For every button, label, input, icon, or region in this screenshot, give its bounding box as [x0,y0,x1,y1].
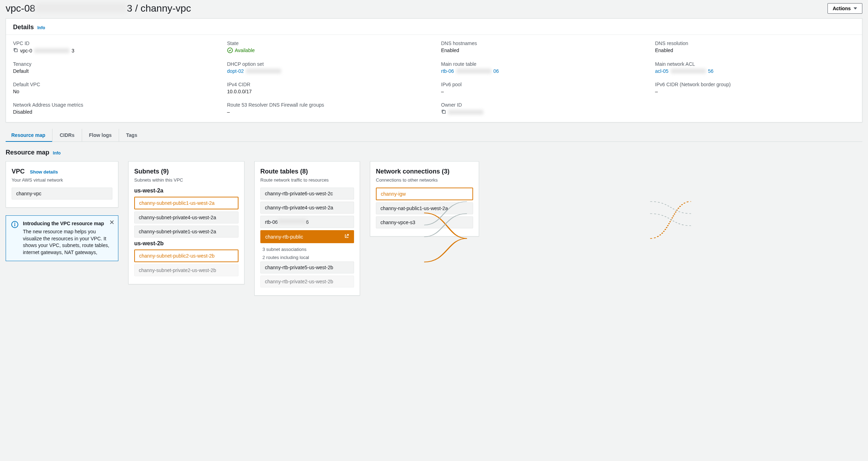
nc-title: Network connections (3) [376,168,473,175]
rt-item[interactable]: channy-rtb-private4-us-west-2a [260,202,354,214]
redacted-segment [35,3,127,12]
external-link-icon [344,234,349,240]
subnets-title: Subnets (9) [134,168,238,175]
detail-vpc-id: VPC ID vpc-03 [13,40,213,53]
detail-ipv4-cidr: IPv4 CIDR 10.0.0.0/17 [227,82,427,94]
redacted-segment [246,69,281,74]
subnet-item[interactable]: channy-subnet-public2-us-west-2b [134,250,238,262]
page-title: vpc-083 / channy-vpc [6,3,191,14]
detail-main-acl: Main network ACL acl-0556 [655,61,855,74]
redacted-segment [34,48,69,53]
dhcp-link[interactable]: dopt-02 [227,68,244,74]
az-label: us-west-2a [134,188,238,194]
resource-map-heading: Resource map [6,149,49,156]
rt-sub-info: 2 routes including local [260,253,354,261]
nc-item[interactable]: channy-vpce-s3 [376,216,473,228]
title-prefix: vpc-08 [6,3,35,14]
redacted-segment [448,110,483,115]
check-circle-icon [227,48,233,53]
detail-ipv6-pool: IPv6 pool – [441,82,641,94]
tab-cidrs[interactable]: CIDRs [52,129,82,141]
tab-tags[interactable]: Tags [119,129,144,141]
nc-item[interactable]: channy-nat-public1-us-west-2a [376,202,473,214]
detail-owner-id: Owner ID [441,102,641,115]
info-icon [11,221,19,256]
redacted-segment [278,219,306,224]
subnets-subtitle: Subnets within this VPC [134,177,238,183]
intro-alert: Introducing the VPC resource map The new… [6,215,118,261]
show-details-link[interactable]: Show details [30,169,58,175]
alert-title: Introducing the VPC resource map [23,221,113,226]
copy-icon[interactable] [13,48,18,53]
detail-dhcp: DHCP option set dopt-02 [227,61,427,74]
details-heading: Details [13,24,34,31]
tabs: Resource map CIDRs Flow logs Tags [6,129,862,142]
subnets-card: Subnets (9) Subnets within this VPC us-w… [128,161,244,284]
redacted-segment [671,69,706,74]
rt-item[interactable]: channy-rtb-private6-us-west-2c [260,188,354,200]
chevron-down-icon [854,7,857,10]
actions-label: Actions [833,6,851,11]
detail-main-rt: Main route table rtb-0606 [441,61,641,74]
network-connections-card: Network connections (3) Connections to o… [370,161,479,236]
rt-item[interactable]: rtb-066 [260,216,354,228]
vpc-card: VPC Show details Your AWS virtual networ… [6,161,118,208]
copy-icon[interactable] [441,109,446,115]
detail-default-vpc: Default VPC No [13,82,213,94]
detail-dns-hostnames: DNS hostnames Enabled [441,40,641,53]
nc-subtitle: Connections to other networks [376,177,473,183]
rt-item[interactable]: channy-rtb-private2-us-west-2b [260,276,354,288]
main-rt-link[interactable]: rtb-06 [441,68,454,74]
subnet-item[interactable]: channy-subnet-private2-us-west-2b [134,264,238,276]
subnet-item[interactable]: channy-subnet-public1-us-west-2a [134,197,238,209]
az-label: us-west-2b [134,240,238,247]
details-info-link[interactable]: Info [37,25,45,30]
svg-rect-2 [442,110,445,113]
subnet-item[interactable]: channy-subnet-private4-us-west-2a [134,211,238,223]
resource-map-info-link[interactable]: Info [53,151,61,156]
subnet-item[interactable]: channy-subnet-private1-us-west-2a [134,226,238,238]
detail-nau: Network Address Usage metrics Disabled [13,102,213,115]
title-suffix: 3 / channy-vpc [127,3,191,14]
vpc-card-subtitle: Your AWS virtual network [12,177,112,183]
detail-dns-resolution: DNS resolution Enabled [655,40,855,53]
rt-sub-info: 3 subnet associations [260,245,354,253]
vpc-item[interactable]: channy-vpc [12,188,112,200]
vpc-card-title: VPC [12,168,25,175]
actions-button[interactable]: Actions [827,3,862,14]
detail-state: State Available [227,40,427,53]
detail-ipv6-cidr: IPv6 CIDR (Network border group) – [655,82,855,94]
redacted-segment [456,69,491,74]
detail-r53: Route 53 Resolver DNS Firewall rule grou… [227,102,427,115]
rt-title: Route tables (8) [260,168,354,175]
tab-resource-map[interactable]: Resource map [6,129,52,141]
rt-subtitle: Route network traffic to resources [260,177,354,183]
rt-item-selected[interactable]: channy-rtb-public [260,230,354,243]
svg-point-4 [14,223,15,223]
svg-rect-0 [14,49,17,52]
details-panel: Details Info VPC ID vpc-03 State [6,18,862,122]
tab-flow-logs[interactable]: Flow logs [82,129,119,141]
close-icon[interactable]: ✕ [109,219,114,226]
rt-item[interactable]: channy-rtb-private5-us-west-2b [260,261,354,273]
alert-body: The new resource map helps you visualize… [23,228,113,256]
nc-item[interactable]: channy-igw [376,188,473,200]
detail-tenancy: Tenancy Default [13,61,213,74]
route-tables-card: Route tables (8) Route network traffic t… [254,161,360,296]
main-acl-link[interactable]: acl-05 [655,68,669,74]
